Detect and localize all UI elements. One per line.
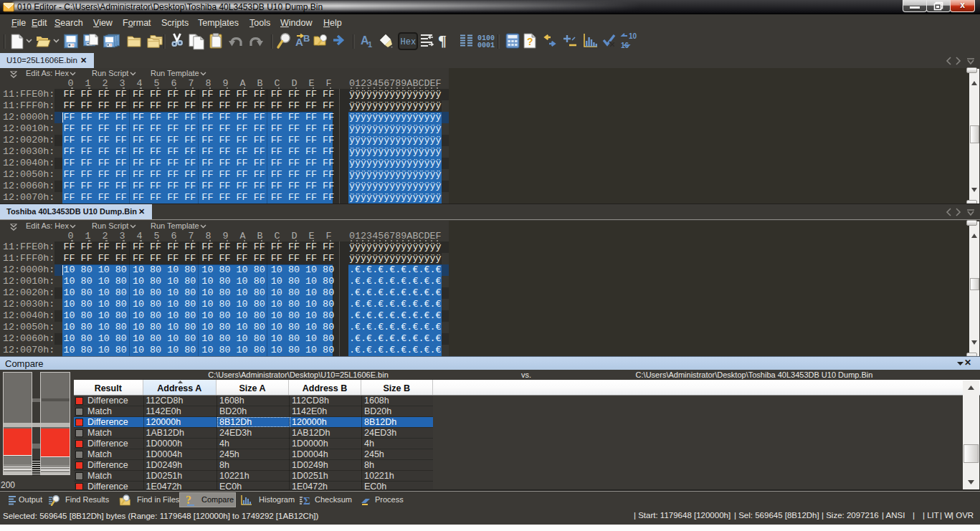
svg-text:?: ?	[186, 494, 191, 506]
svg-text:0001: 0001	[477, 42, 495, 49]
svg-text:10: 10	[629, 32, 637, 40]
svg-text:B: B	[303, 33, 310, 44]
svg-text:Σ: Σ	[303, 495, 310, 506]
svg-text:?: ?	[527, 36, 533, 47]
svg-text:Hex: Hex	[401, 37, 417, 47]
svg-text:A: A	[295, 36, 303, 48]
svg-text:1: 1	[368, 40, 372, 49]
svg-text:¶: ¶	[438, 32, 447, 49]
